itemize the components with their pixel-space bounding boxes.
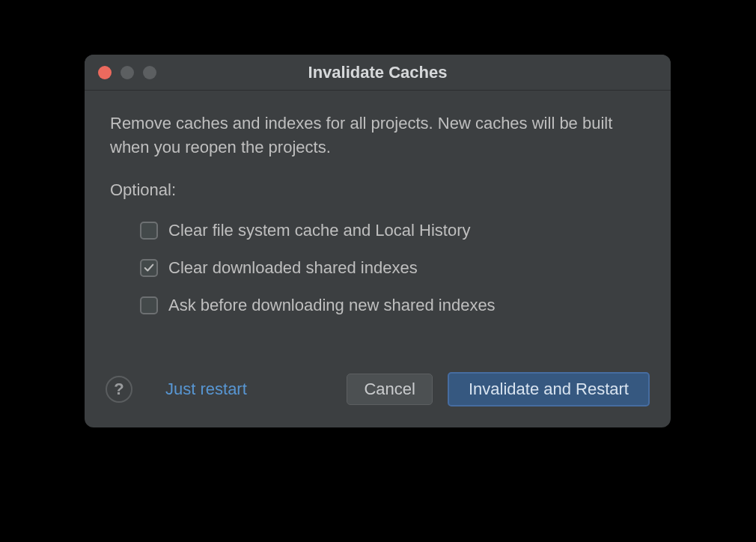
optional-section-label: Optional: <box>110 180 645 200</box>
check-icon <box>144 263 154 273</box>
checkbox-icon <box>140 222 158 240</box>
invalidate-and-restart-button[interactable]: Invalidate and Restart <box>448 372 650 406</box>
checkbox-label: Ask before downloading new shared indexe… <box>168 296 496 315</box>
zoom-window-button[interactable] <box>143 66 156 79</box>
minimize-window-button[interactable] <box>121 66 134 79</box>
checkbox-ask-before-downloading[interactable]: Ask before downloading new shared indexe… <box>110 287 645 324</box>
title-bar: Invalidate Caches <box>85 55 671 91</box>
checkbox-icon <box>140 259 158 277</box>
checkbox-icon <box>140 296 158 314</box>
footer-right-group: Cancel Invalidate and Restart <box>347 372 650 406</box>
dialog-footer: ? Just restart Cancel Invalidate and Res… <box>85 357 671 427</box>
just-restart-button[interactable]: Just restart <box>162 375 250 404</box>
dialog-description: Remove caches and indexes for all projec… <box>110 112 645 159</box>
help-button[interactable]: ? <box>106 376 132 403</box>
help-icon: ? <box>114 380 124 399</box>
checkbox-clear-downloaded-shared-indexes[interactable]: Clear downloaded shared indexes <box>110 249 645 287</box>
dialog-title: Invalidate Caches <box>85 63 671 82</box>
checkbox-label: Clear downloaded shared indexes <box>168 258 418 278</box>
checkbox-clear-file-system-cache[interactable]: Clear file system cache and Local Histor… <box>110 212 645 249</box>
cancel-button[interactable]: Cancel <box>347 374 432 405</box>
invalidate-caches-dialog: Invalidate Caches Remove caches and inde… <box>85 55 671 427</box>
window-controls <box>85 66 156 79</box>
close-window-button[interactable] <box>98 66 112 79</box>
dialog-content: Remove caches and indexes for all projec… <box>85 91 671 357</box>
checkbox-label: Clear file system cache and Local Histor… <box>168 221 471 240</box>
